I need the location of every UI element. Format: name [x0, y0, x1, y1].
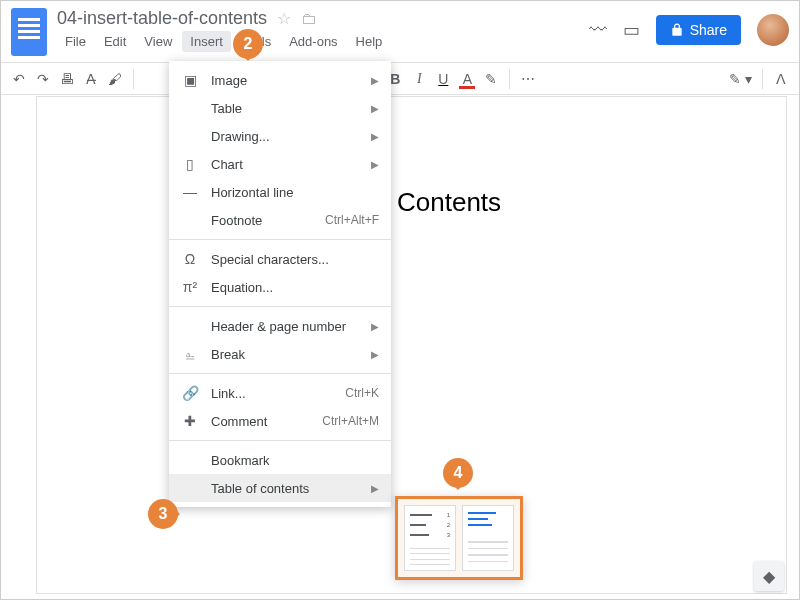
toc-submenu: 1 2 3 [395, 496, 523, 580]
submenu-arrow-icon: ▶ [371, 349, 379, 360]
insert-break[interactable]: ⎁ Break ▶ [169, 340, 391, 368]
share-label: Share [690, 22, 727, 38]
callout-4: 4 [443, 458, 473, 488]
text-color-button[interactable]: A [459, 71, 475, 87]
doc-title[interactable]: 04-insert-table-of-contents [57, 8, 267, 29]
chart-icon: ▯ [179, 156, 201, 172]
redo-icon[interactable]: ↷ [35, 71, 51, 87]
insert-special-chars[interactable]: Ω Special characters... [169, 245, 391, 273]
insert-header-label: Header & page number [211, 319, 363, 334]
insert-table[interactable]: Table ▶ [169, 94, 391, 122]
insert-footnote[interactable]: Footnote Ctrl+Alt+F [169, 206, 391, 234]
explore-button[interactable]: ◆ [754, 561, 784, 591]
submenu-arrow-icon: ▶ [371, 75, 379, 86]
hide-menus-icon[interactable]: ᐱ [773, 71, 789, 87]
menu-bar: File Edit View Insert Tools Add-ons Help [57, 31, 589, 52]
document-heading: Contents [37, 97, 786, 218]
menu-separator [169, 440, 391, 441]
menu-separator [169, 373, 391, 374]
editing-mode-icon[interactable]: ✎ ▾ [729, 71, 752, 87]
toc-option-numbers[interactable]: 1 2 3 [404, 505, 456, 571]
menu-view[interactable]: View [136, 31, 180, 52]
insert-hline-label: Horizontal line [211, 185, 379, 200]
insert-dropdown: ▣ Image ▶ Table ▶ Drawing... ▶ ▯ Chart ▶… [169, 61, 391, 507]
submenu-arrow-icon: ▶ [371, 103, 379, 114]
callout-3: 3 [148, 499, 178, 529]
insert-comment-label: Comment [211, 414, 322, 429]
insert-toc-label: Table of contents [211, 481, 363, 496]
menu-insert[interactable]: Insert [182, 31, 231, 52]
insert-footnote-label: Footnote [211, 213, 325, 228]
link-icon: 🔗 [179, 385, 201, 401]
insert-link[interactable]: 🔗 Link... Ctrl+K [169, 379, 391, 407]
insert-comment[interactable]: ✚ Comment Ctrl+Alt+M [169, 407, 391, 435]
share-button[interactable]: Share [656, 15, 741, 45]
hline-icon: — [179, 184, 201, 200]
menu-separator [169, 239, 391, 240]
highlight-icon[interactable]: ✎ [483, 71, 499, 87]
special-chars-icon: Ω [179, 251, 201, 267]
explore-icon: ◆ [763, 567, 775, 586]
submenu-arrow-icon: ▶ [371, 159, 379, 170]
submenu-arrow-icon: ▶ [371, 131, 379, 142]
undo-icon[interactable]: ↶ [11, 71, 27, 87]
comments-icon[interactable]: ▭ [623, 19, 640, 41]
menu-help[interactable]: Help [348, 31, 391, 52]
insert-link-label: Link... [211, 386, 345, 401]
insert-header-page[interactable]: Header & page number ▶ [169, 312, 391, 340]
toolbar: ↶ ↷ 🖶 A̶ 🖌 11 B I U A ✎ ⋯ ✎ ▾ ᐱ [1, 62, 799, 95]
menu-edit[interactable]: Edit [96, 31, 134, 52]
move-folder-icon[interactable]: 🗀 [301, 10, 317, 28]
toc-option-links[interactable] [462, 505, 514, 571]
insert-drawing[interactable]: Drawing... ▶ [169, 122, 391, 150]
docs-app-icon[interactable] [11, 8, 47, 56]
submenu-arrow-icon: ▶ [371, 321, 379, 332]
insert-drawing-label: Drawing... [211, 129, 363, 144]
insert-image-label: Image [211, 73, 363, 88]
insert-chart[interactable]: ▯ Chart ▶ [169, 150, 391, 178]
comment-shortcut: Ctrl+Alt+M [322, 414, 379, 428]
insert-horizontal-line[interactable]: — Horizontal line [169, 178, 391, 206]
star-icon[interactable]: ☆ [277, 9, 291, 28]
italic-button[interactable]: I [411, 71, 427, 87]
paint-format-icon[interactable]: 🖌 [107, 71, 123, 87]
user-avatar[interactable] [757, 14, 789, 46]
footnote-shortcut: Ctrl+Alt+F [325, 213, 379, 227]
menu-addons[interactable]: Add-ons [281, 31, 345, 52]
link-shortcut: Ctrl+K [345, 386, 379, 400]
more-tools-icon[interactable]: ⋯ [520, 71, 536, 87]
insert-equation-label: Equation... [211, 280, 379, 295]
insert-table-label: Table [211, 101, 363, 116]
insert-table-of-contents[interactable]: Table of contents ▶ [169, 474, 391, 502]
activity-icon[interactable]: 〰 [589, 20, 607, 41]
insert-equation[interactable]: π² Equation... [169, 273, 391, 301]
menu-file[interactable]: File [57, 31, 94, 52]
callout-2: 2 [233, 29, 263, 59]
break-icon: ⎁ [179, 346, 201, 362]
menu-separator [169, 306, 391, 307]
insert-chart-label: Chart [211, 157, 363, 172]
insert-special-label: Special characters... [211, 252, 379, 267]
insert-bookmark[interactable]: Bookmark [169, 446, 391, 474]
image-icon: ▣ [179, 72, 201, 88]
insert-image[interactable]: ▣ Image ▶ [169, 66, 391, 94]
equation-icon: π² [179, 279, 201, 295]
submenu-arrow-icon: ▶ [371, 483, 379, 494]
comment-icon: ✚ [179, 413, 201, 429]
print-icon[interactable]: 🖶 [59, 71, 75, 87]
insert-break-label: Break [211, 347, 363, 362]
underline-button[interactable]: U [435, 71, 451, 87]
insert-bookmark-label: Bookmark [211, 453, 379, 468]
spellcheck-icon[interactable]: A̶ [83, 71, 99, 87]
lock-icon [670, 23, 684, 37]
